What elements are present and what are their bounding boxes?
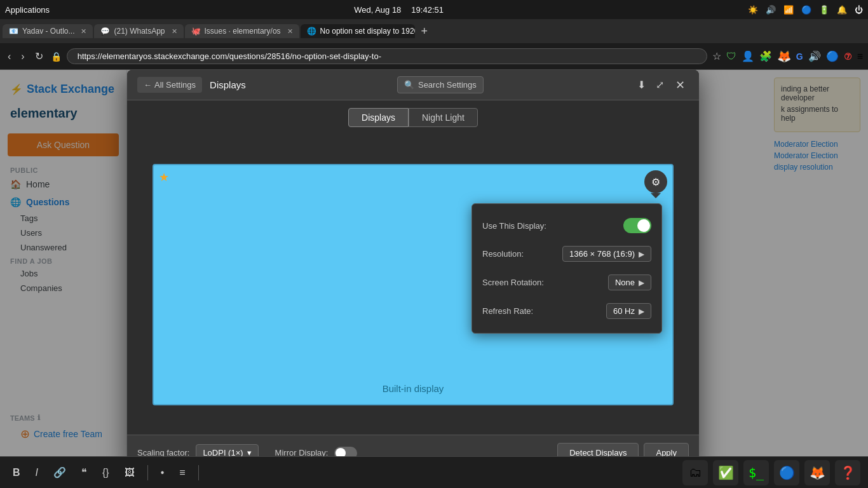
extra-icon: 🔵 [826,50,839,62]
tab-label: Yadav - Outlo... [22,27,74,36]
terminal-icon: $_ [749,465,764,480]
power-icon[interactable]: ⏻ [855,5,863,15]
resolution-arrow-icon: ▶ [639,250,644,259]
reload-button[interactable]: ↻ [32,48,46,65]
dialog-header: ← All Settings Displays 🔍 Search Setting… [127,70,699,100]
display-settings-popup: Use This Display: Resolution: 868 × 488… [471,203,662,334]
bold-button[interactable]: B [8,464,25,481]
display-star-icon: ★ [159,170,169,184]
new-tab-button[interactable]: + [416,24,433,39]
resolution-row: Resolution: 868 × 488 (16:9) ▶ [472,240,661,268]
taskbar-top: Applications Wed, Aug 18 19:42:51 ☀️ 🔊 📶… [0,0,868,19]
taskbar-app-toggle[interactable]: 🔵 [774,460,799,485]
fullscreen-icon-button[interactable]: ⤢ [653,76,667,93]
toggle-knob [637,219,650,232]
tab-github[interactable]: 🐙 Issues · elementary/os ✕ [185,24,299,38]
speaker-icon[interactable]: 🔊 [808,50,821,62]
tasks-icon: ✅ [718,465,734,480]
dialog-header-left: ← All Settings Displays [137,77,246,93]
dialog-overlay: ← All Settings Displays 🔍 Search Setting… [0,70,868,456]
tab-icon: 💬 [100,27,110,36]
unordered-list-button[interactable]: • [156,464,170,481]
dialog-tabs: Displays Night Light [127,100,699,135]
tab-icon: 🌐 [307,27,316,36]
scaling-label: Scaling factor: [137,448,189,456]
detect-displays-button[interactable]: Detect Displays [557,443,639,456]
bookmark-icon[interactable]: ☆ [712,50,721,62]
mirror-toggle[interactable] [334,447,357,457]
tab-close-whatsapp[interactable]: ✕ [172,27,177,36]
download-icon-button[interactable]: ⬇ [635,76,648,93]
footer-left: Scaling factor: LoDPI (1×) ▾ Mirror Disp… [137,444,357,456]
link-button[interactable]: 🔗 [48,464,71,481]
browser: 📧 Yadav - Outlo... ✕ 💬 (21) WhatsApp ✕ 🐙… [0,19,868,488]
refresh-label: Refresh Rate: [482,306,533,316]
url-icons: ☆ 🛡 👤 🧩 🦊 G 🔊 🔵 ⑦ ≡ [712,50,863,64]
apply-button[interactable]: Apply [644,443,689,456]
taskbar-center: Wed, Aug 18 19:42:51 [354,5,444,15]
refresh-row: Refresh Rate: 60 Hz ▶ [472,297,661,325]
tab-whatsapp[interactable]: 💬 (21) WhatsApp ✕ [94,24,183,38]
dialog-footer: Scaling factor: LoDPI (1×) ▾ Mirror Disp… [127,435,699,456]
time-display: 19:42:51 [411,5,444,15]
display-preview-area: ★ ⚙ Built-in display Use This Display: [127,135,699,435]
forward-button[interactable]: › [18,48,27,65]
mirror-toggle-knob [336,448,346,457]
scaling-dropdown[interactable]: LoDPI (1×) ▾ [196,444,258,456]
refresh-selector[interactable]: 60 Hz ▶ [606,303,651,319]
bluetooth-icon[interactable]: 🔵 [801,5,811,15]
lock-icon: 🔒 [51,51,62,62]
taskbar-app-firefox[interactable]: 🦊 [804,460,830,485]
rotation-selector[interactable]: None ▶ [608,274,651,290]
back-button[interactable]: ‹ [5,48,13,65]
menu-icon[interactable]: ≡ [857,51,863,62]
notification-icon[interactable]: 🔔 [837,5,847,15]
rotation-label: Screen Rotation: [482,278,544,287]
files-icon: 🗂 [689,465,702,480]
taskbar-app-terminal[interactable]: $_ [743,460,769,485]
back-to-settings-button[interactable]: ← All Settings [137,77,202,93]
tab-close-outlook[interactable]: ✕ [81,27,86,36]
scaling-arrow-icon: ▾ [247,448,252,456]
url-bar: ‹ › ↻ 🔒 ☆ 🛡 👤 🧩 🦊 G 🔊 🔵 ⑦ ≡ [0,43,868,70]
italic-button[interactable]: I [31,464,43,481]
blockquote-button[interactable]: ❝ [76,464,92,481]
tab-stackexchange[interactable]: 🌐 No option set display to 1920... ✕ [301,24,415,38]
close-dialog-button[interactable]: ✕ [672,77,689,93]
display-screen[interactable]: ★ ⚙ Built-in display Use This Display: [153,164,674,405]
google-icon: G [796,51,803,62]
tab-close-github[interactable]: ✕ [287,27,293,36]
taskbar-app-files[interactable]: 🗂 [682,460,708,485]
taskbar-right: ☀️ 🔊 📶 🔵 🔋 🔔 ⏻ [748,5,863,15]
tab-night-light[interactable]: Night Light [409,108,478,127]
back-label: All Settings [154,80,196,90]
tab-outlook[interactable]: 📧 Yadav - Outlo... ✕ [3,24,93,38]
url-input[interactable] [67,48,707,64]
resolution-selector[interactable]: 868 × 488 (16:9) ▶ [562,246,651,262]
use-display-toggle[interactable] [623,218,651,233]
display-gear-button[interactable]: ⚙ [644,170,667,193]
rotation-arrow-icon: ▶ [639,278,644,287]
toolbar-divider-1 [147,465,148,480]
battery-icon: 🔋 [819,5,829,15]
profile-icon[interactable]: 👤 [742,50,754,62]
ordered-list-button[interactable]: ≡ [174,464,190,481]
code-button[interactable]: {} [97,464,114,481]
brightness-icon[interactable]: ☀️ [748,5,758,15]
tab-label: No option set display to 1920... [320,27,415,36]
tab-label: (21) WhatsApp [114,27,165,36]
search-settings-input[interactable]: 🔍 Search Settings [397,76,484,93]
tab-displays[interactable]: Displays [348,108,409,127]
volume-icon[interactable]: 🔊 [766,5,776,15]
dialog-title: Displays [210,79,246,90]
footer-right: Detect Displays Apply [557,443,689,456]
wifi-icon[interactable]: 📶 [783,5,794,15]
app-menu[interactable]: Applications [5,5,50,15]
help-icon: ❓ [840,465,856,480]
refresh-value: 60 Hz [613,306,635,316]
taskbar-app-help[interactable]: ❓ [835,460,860,485]
taskbar-app-tasks[interactable]: ✅ [713,460,738,485]
extension-icon[interactable]: 🧩 [759,50,772,62]
image-button[interactable]: 🖼 [119,464,140,481]
firefox-icon: 🦊 [777,50,791,64]
